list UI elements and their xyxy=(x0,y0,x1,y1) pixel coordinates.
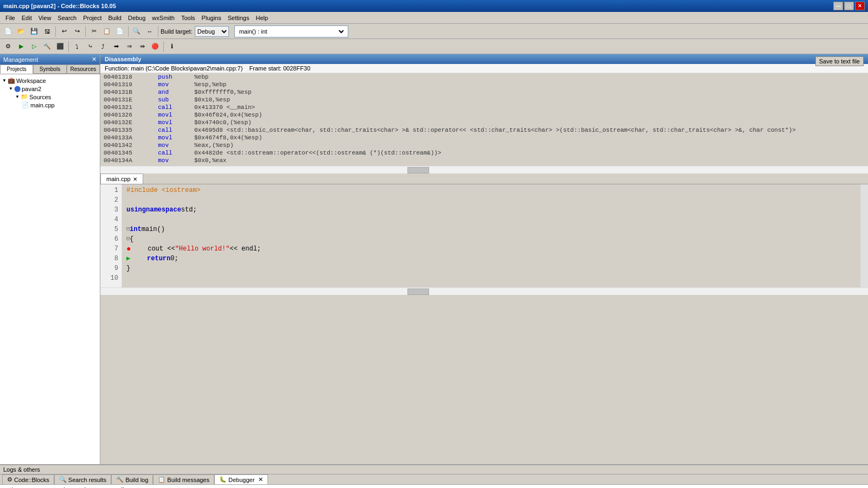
window-controls[interactable]: — □ ✕ xyxy=(833,2,865,10)
disasm-hscroll-thumb[interactable] xyxy=(407,167,429,174)
save-all-button[interactable]: 🖫 xyxy=(41,25,53,37)
disassembly-header: Disassembly xyxy=(100,54,868,64)
table-row[interactable]: 0040131Esub$0x10,%esp xyxy=(100,96,868,104)
debug-button[interactable]: ▷ xyxy=(28,41,40,53)
build-target-dropdown[interactable]: Debug Release xyxy=(195,26,229,37)
tree-sources[interactable]: ▼ 📁 Sources xyxy=(15,93,98,101)
menu-search[interactable]: Search xyxy=(54,14,80,22)
menu-edit[interactable]: Edit xyxy=(18,14,35,22)
step-in-button[interactable]: ⤵ xyxy=(71,41,83,53)
code-vscrollbar[interactable] xyxy=(860,184,868,287)
asm-table: 00401318push%ebp 00401319mov%esp,%ebp 00… xyxy=(100,73,868,164)
debugger-tab-icon: 🐛 xyxy=(219,476,227,483)
debug-sep1 xyxy=(68,41,69,52)
disassembly-top: Disassembly Save to text file xyxy=(100,54,868,64)
table-row[interactable]: 0040131Band$0xfffffff0,%esp xyxy=(100,88,868,96)
main-content: Management ✕ Projects Symbols Resources … xyxy=(0,54,868,464)
titlebar: main.cpp [pavan2] - Code::Blocks 10.05 —… xyxy=(0,0,868,12)
tab-symbols[interactable]: Symbols xyxy=(33,65,66,74)
close-sidebar-button[interactable]: ✕ xyxy=(92,56,97,63)
close-button[interactable]: ✕ xyxy=(855,2,865,10)
tab-main-cpp[interactable]: main.cpp ✕ xyxy=(100,174,143,184)
undo-button[interactable]: ↩ xyxy=(58,25,70,37)
code-content: 1 2 3 4 5 6 7 8 9 10 #include <iostream>… xyxy=(100,184,868,287)
function-selector[interactable]: main() : int xyxy=(237,28,346,35)
tab-resources[interactable]: Resources xyxy=(67,65,100,74)
buildlog-tab-icon: 🔨 xyxy=(116,476,124,483)
tree-workspace[interactable]: ▼ 💼 Workspace xyxy=(2,76,98,85)
menu-settings[interactable]: Settings xyxy=(225,14,253,22)
close-debugger-tab-button[interactable]: ✕ xyxy=(258,476,263,483)
step-inst-button[interactable]: ⇛ xyxy=(136,41,148,53)
code-hscrollbar[interactable] xyxy=(100,287,868,295)
tab-projects[interactable]: Projects xyxy=(0,65,33,74)
menu-debug[interactable]: Debug xyxy=(125,14,149,22)
code-hscroll-thumb[interactable] xyxy=(407,288,429,295)
code-editor[interactable]: #include <iostream> using namespace std;… xyxy=(122,184,860,287)
info-button[interactable]: ℹ xyxy=(166,41,178,53)
table-row[interactable]: 0040133Amovl$0x4674f8,0x4(%esp) xyxy=(100,134,868,142)
save-to-text-button[interactable]: Save to text file xyxy=(815,56,864,66)
tree-project[interactable]: ▼ ⬤ pavan2 xyxy=(9,85,98,93)
redo-button[interactable]: ↪ xyxy=(71,25,83,37)
close-tab-button[interactable]: ✕ xyxy=(133,176,137,182)
tree-main-cpp[interactable]: 📄 main.cpp xyxy=(22,101,98,109)
menu-tools[interactable]: Tools xyxy=(178,14,199,22)
run-to-cursor-button[interactable]: ➡ xyxy=(110,41,122,53)
step-over-button[interactable]: ⤷ xyxy=(84,41,96,53)
cut-button[interactable]: ✂ xyxy=(88,25,100,37)
build-button[interactable]: 🔨 xyxy=(41,41,53,53)
sidebar: Management ✕ Projects Symbols Resources … xyxy=(0,54,100,464)
table-row[interactable]: 00401335call0x4695d8 <std::basic_ostream… xyxy=(100,126,868,134)
disasm-hscrollbar[interactable] xyxy=(100,166,868,174)
save-button[interactable]: 💾 xyxy=(28,25,40,37)
menu-help[interactable]: Help xyxy=(252,14,271,22)
stop-button[interactable]: ⬛ xyxy=(54,41,66,53)
new-file-button[interactable]: 📄 xyxy=(2,25,14,37)
step-out-button[interactable]: ⤴ xyxy=(97,41,109,53)
fold-icon-6[interactable]: ⊟ xyxy=(126,234,130,244)
logs-tab-codeblocks[interactable]: ⚙ Code::Blocks xyxy=(2,474,54,484)
maximize-button[interactable]: □ xyxy=(844,2,854,10)
copy-button[interactable]: 📋 xyxy=(101,25,113,37)
menu-file[interactable]: File xyxy=(2,14,18,22)
replace-button[interactable]: ↔ xyxy=(144,25,156,37)
debug-arrow: ▶ xyxy=(126,254,130,264)
breakpoint-dot: ● xyxy=(126,244,131,254)
table-row[interactable]: 00401345call0x4482de <std::ostream::oper… xyxy=(100,149,868,157)
return-keyword: return xyxy=(147,254,170,264)
logs-tab-debugger[interactable]: 🐛 Debugger ✕ xyxy=(214,474,268,484)
table-row[interactable]: 00401342mov%eax,(%esp) xyxy=(100,142,868,149)
code-line-10 xyxy=(126,273,856,283)
menu-project[interactable]: Project xyxy=(80,14,105,22)
logs-title: Logs & others xyxy=(3,466,40,473)
paste-button[interactable]: 📄 xyxy=(114,25,126,37)
logs-tab-buildlog[interactable]: 🔨 Build log xyxy=(111,474,153,484)
find-button[interactable]: 🔍 xyxy=(131,25,143,37)
sidebar-tree: ▼ 💼 Workspace ▼ ⬤ pavan2 ▼ 📁 Sources 📄 m… xyxy=(0,74,100,464)
logs-tab-buildmsg[interactable]: 📋 Build messages xyxy=(153,474,214,484)
cb-icon-button[interactable]: ⚙ xyxy=(2,41,14,53)
debugger-tab-label: Debugger xyxy=(228,477,254,483)
breakpoint-button[interactable]: 🔴 xyxy=(149,41,161,53)
menu-build[interactable]: Build xyxy=(105,14,124,22)
sep4 xyxy=(158,26,158,37)
menu-view[interactable]: View xyxy=(35,14,55,22)
code-editor-panel: main.cpp ✕ 1 2 3 4 5 6 7 8 9 10 #include… xyxy=(100,174,868,464)
open-file-button[interactable]: 📂 xyxy=(15,25,27,37)
next-inst-button[interactable]: ⇒ xyxy=(123,41,135,53)
table-row[interactable]: 00401318push%ebp xyxy=(100,73,868,81)
file-label: main.cpp xyxy=(30,102,55,108)
menu-plugins[interactable]: Plugins xyxy=(199,14,225,22)
run-button[interactable]: ▶ xyxy=(15,41,27,53)
function-dropdown-container[interactable]: main() : int xyxy=(234,25,348,37)
minimize-button[interactable]: — xyxy=(833,2,843,10)
logs-tab-search[interactable]: 🔍 Search results xyxy=(54,474,111,484)
table-row[interactable]: 00401326movl$0x46f024,0x4(%esp) xyxy=(100,111,868,119)
table-row[interactable]: 0040132Emovl$0x4740c0,(%esp) xyxy=(100,119,868,126)
table-row[interactable]: 00401319mov%esp,%ebp xyxy=(100,81,868,88)
table-row[interactable]: 0040134Amov$0x0,%eax xyxy=(100,157,868,164)
table-row[interactable]: 00401321call0x413370 <__main> xyxy=(100,104,868,111)
disassembly-panel: Disassembly Save to text file Function: … xyxy=(100,54,868,174)
menu-wxsmith[interactable]: wxSmith xyxy=(149,14,178,22)
